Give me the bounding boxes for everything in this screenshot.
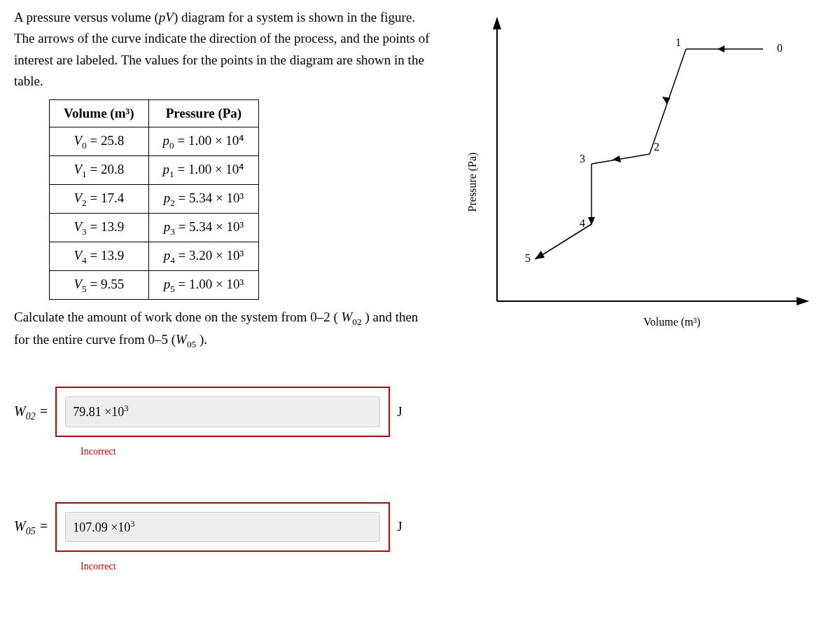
w05-feedback: Incorrect [80, 559, 826, 574]
table-row: V4 = 13.9 p4 = 3.20 × 10³ [50, 242, 259, 271]
svg-marker-7 [612, 155, 621, 162]
point-label-1: 1 [676, 36, 681, 48]
data-table: Volume (m³) Pressure (Pa) V0 = 25.8 p0 =… [49, 99, 259, 300]
svg-line-6 [592, 154, 650, 164]
pv-diagram: Pressure (Pa) Volume (m³) 0 1 2 3 4 5 [455, 7, 819, 336]
question-text: Calculate the amount of work done on the… [14, 307, 434, 352]
svg-marker-11 [535, 251, 545, 259]
point-label-5: 5 [525, 252, 531, 264]
w02-answer-box: 79.81 ×103 [55, 387, 390, 437]
y-axis-label: Pressure (Pa) [466, 153, 479, 212]
intro-text: A pressure versus volume (pV) diagram fo… [14, 7, 434, 92]
point-label-4: 4 [580, 217, 585, 229]
w02-feedback: Incorrect [80, 444, 826, 459]
point-label-0: 0 [777, 42, 783, 54]
w05-label: W05 = [14, 515, 48, 539]
x-axis-label: Volume (m³) [643, 316, 700, 328]
table-row: V5 = 9.55 p5 = 1.00 × 10³ [50, 271, 259, 300]
w02-input[interactable]: 79.81 ×103 [65, 396, 380, 427]
svg-line-10 [536, 224, 592, 259]
w05-input[interactable]: 107.09 ×103 [65, 512, 380, 543]
col-header-pressure: Pressure (Pa) [148, 99, 259, 127]
point-label-3: 3 [580, 153, 585, 165]
w05-answer-box: 107.09 ×103 [55, 502, 390, 553]
table-row: V3 = 13.9 p3 = 5.34 × 10³ [50, 214, 259, 242]
table-row: V2 = 17.4 p2 = 5.34 × 10³ [50, 185, 259, 214]
svg-marker-3 [718, 46, 724, 53]
w02-unit: J [397, 401, 402, 422]
table-row: V0 = 25.8 p0 = 1.00 × 10⁴ [50, 127, 259, 155]
col-header-volume: Volume (m³) [50, 99, 149, 127]
table-row: V1 = 20.8 p1 = 1.00 × 10⁴ [50, 156, 259, 185]
point-label-2: 2 [654, 141, 659, 153]
w02-label: W02 = [14, 400, 48, 424]
w05-unit: J [397, 516, 402, 537]
